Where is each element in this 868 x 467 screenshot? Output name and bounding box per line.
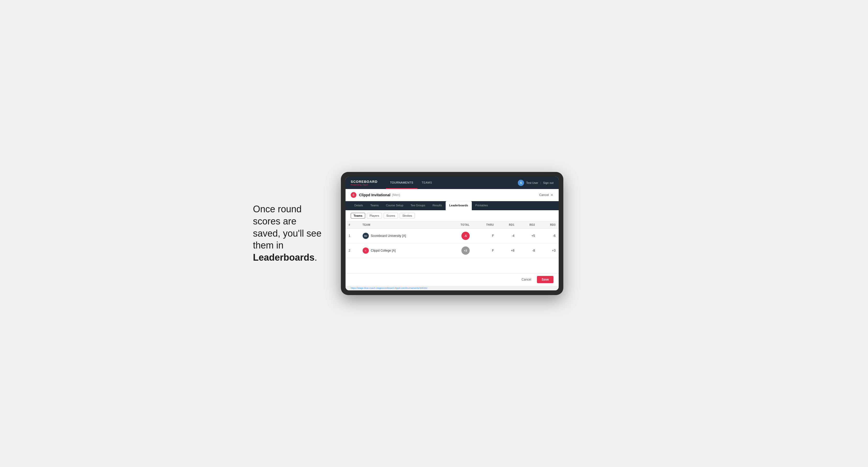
cell-total: +3 [446,243,473,258]
col-thru: THRU [473,221,497,228]
table-row: 1 SU Scoreboard University [A] -5 F -4 +… [345,228,559,243]
nav-tournaments[interactable]: TOURNAMENTS [386,177,417,189]
url-bar: https://stage-blue-coach.stagescoreboard… [345,286,559,290]
url-text: https://stage-blue-coach.stagescoreboard… [351,287,427,289]
tournament-title: Clippd Invitational [359,193,390,197]
cancel-header-button[interactable]: Cancel ✕ [539,193,554,197]
team-name: Clippd College [A] [371,249,396,252]
col-team: TEAM [360,221,446,228]
cell-rd1: -4 [497,228,518,243]
team-name: Scoreboard University [A] [371,234,406,238]
tab-course-setup[interactable]: Course Setup [382,201,407,210]
logo-title: SCOREBOARD [351,180,378,184]
tab-leaderboards[interactable]: Leaderboards [446,201,472,210]
score-badge: -5 [461,232,470,240]
separator: | [540,181,541,184]
nav-right: S Test User | Sign out [518,180,554,186]
tab-tee-groups[interactable]: Tee Groups [407,201,429,210]
table-row: 2 C Clippd College [A] +3 F +8 -8 +3 [345,243,559,258]
sidebar-line2: Leaderboards [253,252,314,263]
team-logo: SU [363,233,369,239]
logo-subtitle: Powered by clippd [351,184,378,186]
cell-rank: 1 [345,228,360,243]
tournament-header: C Clippd Invitational (Men) Cancel ✕ [345,189,559,201]
tournament-icon: C [351,192,356,198]
filter-teams[interactable]: Teams [351,213,365,218]
cancel-button[interactable]: Cancel [519,276,534,283]
cell-rd1: +8 [497,243,518,258]
sidebar-period: . [314,252,317,263]
col-rd3: RD3 [538,221,559,228]
sidebar-text: Once round scores are saved, you'll see … [253,203,326,264]
close-icon: ✕ [550,193,554,197]
tab-details[interactable]: Details [351,201,367,210]
tab-results[interactable]: Results [429,201,446,210]
tablet-screen: SCOREBOARD Powered by clippd TOURNAMENTS… [345,177,559,290]
col-rank: # [345,221,360,228]
cell-team: SU Scoreboard University [A] [360,228,446,243]
filter-row: Teams Players Scores Strokes [345,210,559,221]
score-badge: +3 [461,246,470,255]
leaderboard-table: # TEAM TOTAL THRU RD1 RD2 RD3 1 [345,221,559,258]
filter-players[interactable]: Players [367,213,382,218]
sidebar-line1: Once round scores are saved, you'll see … [253,204,321,251]
cell-thru: F [473,228,497,243]
save-button[interactable]: Save [537,276,554,283]
tournament-gender: (Men) [392,193,400,197]
logo-area: SCOREBOARD Powered by clippd [351,180,378,186]
filter-strokes[interactable]: Strokes [400,213,415,218]
cell-rd3: -6 [538,228,559,243]
cell-thru: F [473,243,497,258]
avatar: S [518,180,524,186]
nav-links: TOURNAMENTS TEAMS [386,177,512,189]
col-rd1: RD1 [497,221,518,228]
content-area: # TEAM TOTAL THRU RD1 RD2 RD3 1 [345,221,559,273]
tab-printables[interactable]: Printables [472,201,492,210]
cell-rd2: -8 [518,243,538,258]
tab-teams[interactable]: Teams [367,201,382,210]
cell-rd3: +3 [538,243,559,258]
cell-rank: 2 [345,243,360,258]
cell-rd2: +5 [518,228,538,243]
col-rd2: RD2 [518,221,538,228]
cell-team: C Clippd College [A] [360,243,446,258]
team-logo: C [363,247,369,254]
filter-scores[interactable]: Scores [383,213,398,218]
tablet-device: SCOREBOARD Powered by clippd TOURNAMENTS… [341,172,563,295]
modal-footer: Cancel Save [345,273,559,286]
top-nav: SCOREBOARD Powered by clippd TOURNAMENTS… [345,177,559,189]
table-header-row: # TEAM TOTAL THRU RD1 RD2 RD3 [345,221,559,228]
user-name: Test User [526,181,538,184]
nav-teams[interactable]: TEAMS [417,177,436,189]
tab-nav: Details Teams Course Setup Tee Groups Re… [345,201,559,210]
page-wrapper: Once round scores are saved, you'll see … [253,172,615,295]
cell-total: -5 [446,228,473,243]
sign-out-link[interactable]: Sign out [543,181,554,184]
col-total: TOTAL [446,221,473,228]
